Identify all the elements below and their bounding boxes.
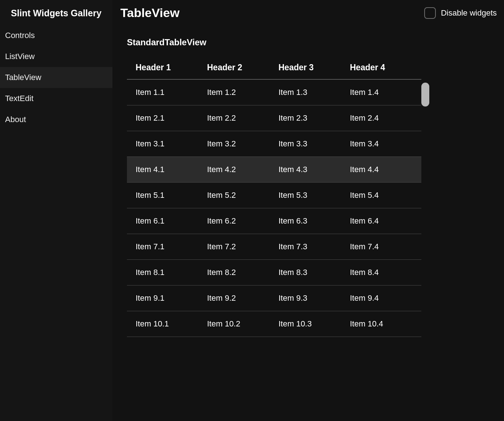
sidebar-item-tableview[interactable]: TableView (0, 67, 112, 88)
page-title: TableView (120, 6, 179, 20)
sidebar: Slint Widgets Gallery ControlsListViewTa… (0, 0, 112, 421)
table-cell: Item 4.4 (350, 165, 421, 174)
table-cell: Item 10.4 (350, 319, 421, 329)
table-cell: Item 6.4 (350, 216, 421, 226)
table-cell: Item 6.2 (207, 216, 278, 226)
table-cell: Item 1.1 (136, 88, 207, 97)
app-title: Slint Widgets Gallery (0, 4, 112, 25)
table-cell: Item 1.3 (278, 88, 350, 97)
disable-widgets-toggle[interactable]: Disable widgets (424, 7, 497, 19)
table-cell: Item 9.3 (278, 293, 350, 303)
table-cell: Item 4.3 (278, 165, 350, 174)
table-cell: Item 10.2 (207, 319, 278, 329)
table-cell: Item 6.3 (278, 216, 350, 226)
disable-widgets-label: Disable widgets (441, 8, 497, 18)
table-row[interactable]: Item 8.1Item 8.2Item 8.3Item 8.4 (127, 260, 421, 285)
standard-table-view: Header 1Header 2Header 3Header 4 Item 1.… (127, 56, 421, 337)
table-cell: Item 3.3 (278, 139, 350, 149)
table-header-cell[interactable]: Header 4 (350, 63, 421, 72)
table-cell: Item 5.2 (207, 191, 278, 200)
sidebar-item-textedit[interactable]: TextEdit (0, 88, 112, 109)
table-cell: Item 8.3 (278, 268, 350, 277)
table-row[interactable]: Item 9.1Item 9.2Item 9.3Item 9.4 (127, 285, 421, 311)
table-cell: Item 9.2 (207, 293, 278, 303)
scrollbar-thumb[interactable] (421, 83, 429, 107)
table-header-cell[interactable]: Header 3 (278, 63, 350, 72)
table-cell: Item 6.1 (136, 216, 207, 226)
table-cell: Item 2.1 (136, 113, 207, 123)
table-row[interactable]: Item 2.1Item 2.2Item 2.3Item 2.4 (127, 105, 421, 131)
table-cell: Item 2.3 (278, 113, 350, 123)
table-cell: Item 7.1 (136, 242, 207, 251)
table-cell: Item 4.1 (136, 165, 207, 174)
table-row[interactable]: Item 1.1Item 1.2Item 1.3Item 1.4 (127, 80, 421, 105)
table-header-row: Header 1Header 2Header 3Header 4 (127, 56, 421, 80)
table-header-cell[interactable]: Header 1 (136, 63, 207, 72)
table-cell: Item 7.2 (207, 242, 278, 251)
table-wrapper: Header 1Header 2Header 3Header 4 Item 1.… (127, 56, 494, 337)
table-cell: Item 10.3 (278, 319, 350, 329)
disable-widgets-checkbox[interactable] (424, 7, 436, 19)
table-row[interactable]: Item 7.1Item 7.2Item 7.3Item 7.4 (127, 234, 421, 260)
table-cell: Item 1.4 (350, 88, 421, 97)
table-cell: Item 7.3 (278, 242, 350, 251)
table-cell: Item 8.2 (207, 268, 278, 277)
table-cell: Item 2.4 (350, 113, 421, 123)
table-row[interactable]: Item 6.1Item 6.2Item 6.3Item 6.4 (127, 208, 421, 234)
table-cell: Item 3.1 (136, 139, 207, 149)
table-cell: Item 7.4 (350, 242, 421, 251)
table-row[interactable]: Item 4.1Item 4.2Item 4.3Item 4.4 (127, 157, 421, 183)
table-cell: Item 9.4 (350, 293, 421, 303)
header-row: TableView Disable widgets (120, 6, 497, 37)
table-cell: Item 3.4 (350, 139, 421, 149)
table-cell: Item 5.1 (136, 191, 207, 200)
table-row[interactable]: Item 10.1Item 10.2Item 10.3Item 10.4 (127, 311, 421, 337)
table-cell: Item 9.1 (136, 293, 207, 303)
sidebar-item-about[interactable]: About (0, 109, 112, 130)
table-cell: Item 4.2 (207, 165, 278, 174)
main-panel: TableView Disable widgets StandardTableV… (112, 0, 504, 421)
table-header-cell[interactable]: Header 2 (207, 63, 278, 72)
table-cell: Item 5.4 (350, 191, 421, 200)
section-title: StandardTableView (120, 37, 497, 56)
table-cell: Item 2.2 (207, 113, 278, 123)
table-row[interactable]: Item 3.1Item 3.2Item 3.3Item 3.4 (127, 131, 421, 157)
table-cell: Item 5.3 (278, 191, 350, 200)
table-row[interactable]: Item 5.1Item 5.2Item 5.3Item 5.4 (127, 183, 421, 208)
table-cell: Item 8.1 (136, 268, 207, 277)
table-cell: Item 10.1 (136, 319, 207, 329)
table-body: Item 1.1Item 1.2Item 1.3Item 1.4Item 2.1… (127, 80, 421, 337)
sidebar-item-listview[interactable]: ListView (0, 46, 112, 67)
table-cell: Item 3.2 (207, 139, 278, 149)
table-cell: Item 8.4 (350, 268, 421, 277)
sidebar-item-controls[interactable]: Controls (0, 25, 112, 46)
table-cell: Item 1.2 (207, 88, 278, 97)
